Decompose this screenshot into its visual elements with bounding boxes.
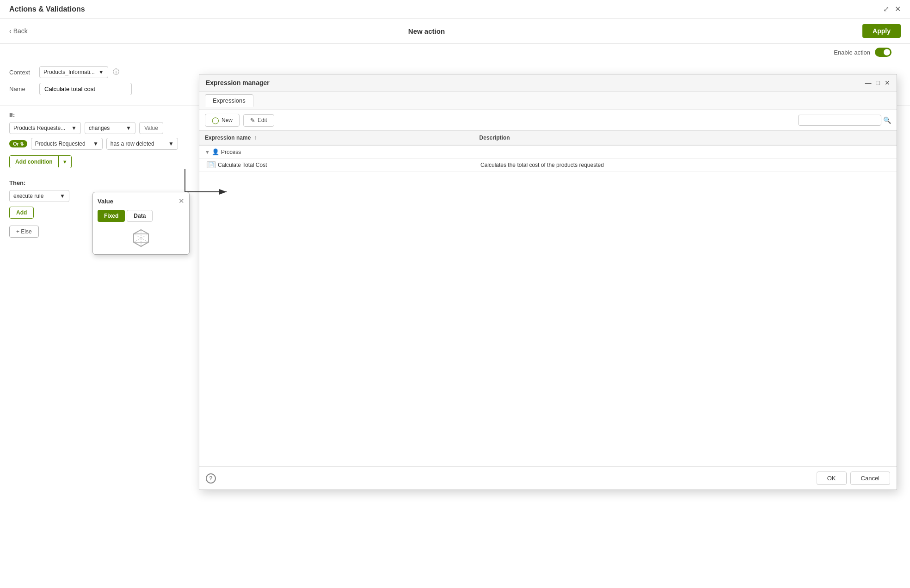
process-group-label: Process [221, 149, 241, 155]
page-title: New action [0, 27, 853, 35]
condition2-field-dropdown[interactable]: Products Requested ▼ [31, 138, 103, 150]
value-tab-fixed[interactable]: Fixed [98, 210, 125, 222]
context-info-icon[interactable]: ⓘ [113, 68, 119, 76]
value-popup-header: Value ✕ [98, 197, 184, 205]
condition1-operator-value: changes [89, 125, 110, 131]
col-description: Description [480, 135, 891, 141]
expression-desc: Calculates the total cost of the product… [480, 162, 891, 168]
value-popup-close-button[interactable]: ✕ [178, 197, 184, 205]
cancel-button[interactable]: Cancel [850, 472, 890, 485]
context-dropdown[interactable]: Products_Informati... ▼ [39, 66, 108, 78]
context-chevron-icon: ▼ [98, 69, 104, 75]
or-arrows-icon: ⇅ [20, 141, 24, 147]
or-label: Or [13, 141, 19, 147]
execute-rule-chevron: ▼ [60, 193, 65, 199]
main-window: Actions & Validations ⤢ ✕ ‹ Back New act… [0, 0, 910, 588]
modal-minimize-button[interactable]: — [865, 79, 872, 86]
process-group-row: ▼ 👤 Process [205, 148, 480, 155]
search-input[interactable] [798, 115, 881, 126]
name-input[interactable] [39, 83, 132, 95]
or-badge: Or ⇅ [9, 140, 27, 147]
modal-title-icons: — □ ✕ [865, 79, 890, 86]
search-area: 🔍 [798, 115, 891, 126]
ok-button[interactable]: OK [817, 472, 847, 485]
expression-table: ▼ 👤 Process 📄 Calculate Total Cost Calcu… [199, 146, 897, 466]
edit-pencil-icon: ✎ [250, 117, 255, 124]
close-icon[interactable]: ✕ [895, 5, 901, 13]
modal-titlebar: Expression manager — □ ✕ [199, 74, 897, 92]
value-popup-title: Value [98, 198, 113, 205]
condition2-field-value: Products Requested [35, 141, 86, 147]
modal-toolbar: ◯ New ✎ Edit 🔍 [199, 110, 897, 131]
enable-action-toggle[interactable] [875, 48, 892, 57]
condition1-value-button[interactable]: Value [139, 122, 163, 134]
value-popup: Value ✕ Fixed Data [92, 192, 190, 255]
new-label: New [221, 117, 233, 123]
title-bar-icons: ⤢ ✕ [883, 5, 901, 13]
apply-button[interactable]: Apply [862, 24, 901, 38]
process-group-icon: 👤 [212, 148, 219, 155]
edit-label: Edit [258, 117, 267, 123]
tree-item-process: ▼ 👤 Process [205, 148, 480, 155]
modal-close-button[interactable]: ✕ [885, 79, 890, 86]
expression-manager-modal: Expression manager — □ ✕ Expressions ◯ N… [199, 74, 897, 490]
condition2-operator-dropdown[interactable]: has a row deleted ▼ [106, 138, 178, 150]
modal-maximize-button[interactable]: □ [876, 79, 880, 86]
svg-line-5 [134, 242, 141, 246]
tab-expressions[interactable]: Expressions [205, 94, 253, 107]
expand-icon[interactable]: ⤢ [883, 5, 889, 13]
new-expression-button[interactable]: ◯ New [205, 114, 240, 127]
condition2-operator-chevron: ▼ [168, 141, 174, 147]
search-icon[interactable]: 🔍 [883, 116, 891, 124]
edit-expression-button[interactable]: ✎ Edit [243, 114, 274, 127]
execute-rule-value: execute rule [13, 193, 43, 199]
expression-type-icon: 📄 [207, 161, 216, 168]
table-row[interactable]: ▼ 👤 Process [199, 146, 897, 159]
else-button[interactable]: + Else [9, 226, 39, 238]
expression-name-label: Calculate Total Cost [218, 162, 267, 168]
condition1-operator-chevron: ▼ [126, 125, 131, 131]
sort-icon[interactable]: ↑ [254, 135, 257, 141]
gem-icon [131, 228, 151, 248]
enable-action-row: Enable action [0, 44, 910, 61]
value-tab-data[interactable]: Data [127, 210, 153, 222]
tree-item-expression: 📄 Calculate Total Cost [207, 161, 480, 168]
value-popup-icon-area [98, 227, 184, 250]
add-condition-main-button[interactable]: Add condition [10, 156, 58, 168]
header: ‹ Back New action Apply [0, 18, 910, 44]
expand-icon[interactable]: ▼ [205, 149, 210, 155]
name-label: Name [9, 86, 35, 92]
svg-line-6 [141, 242, 148, 246]
condition2-field-chevron: ▼ [93, 141, 98, 147]
condition2-operator-value: has a row deleted [111, 141, 154, 147]
add-condition-button[interactable]: Add condition ▼ [9, 155, 72, 168]
col-expression-name: Expression name ↑ [205, 135, 480, 141]
table-header: Expression name ↑ Description [199, 131, 897, 146]
window-title: Actions & Validations [9, 5, 85, 13]
new-circle-icon: ◯ [212, 116, 219, 124]
context-label: Context [9, 69, 35, 76]
add-button[interactable]: Add [9, 207, 34, 219]
value-popup-tabs: Fixed Data [98, 210, 184, 222]
svg-line-3 [134, 230, 141, 234]
expression-row: 📄 Calculate Total Cost [207, 161, 480, 168]
enable-action-label: Enable action [834, 49, 870, 56]
modal-footer-buttons: OK Cancel [817, 472, 890, 485]
table-row[interactable]: 📄 Calculate Total Cost Calculates the to… [199, 159, 897, 172]
title-bar: Actions & Validations ⤢ ✕ [0, 0, 910, 18]
modal-footer: ? OK Cancel [199, 466, 897, 490]
svg-line-4 [141, 230, 148, 234]
execute-rule-dropdown[interactable]: execute rule ▼ [9, 190, 69, 202]
modal-title: Expression manager [206, 79, 270, 86]
condition1-field-chevron: ▼ [71, 125, 77, 131]
condition1-operator-dropdown[interactable]: changes ▼ [85, 122, 135, 134]
modal-tabs: Expressions [199, 92, 897, 110]
help-icon[interactable]: ? [206, 473, 216, 484]
condition1-field-value: Products Requeste... [13, 125, 65, 131]
add-condition-dropdown-button[interactable]: ▼ [58, 156, 71, 167]
context-value: Products_Informati... [43, 69, 95, 75]
condition1-field-dropdown[interactable]: Products Requeste... ▼ [9, 122, 81, 134]
